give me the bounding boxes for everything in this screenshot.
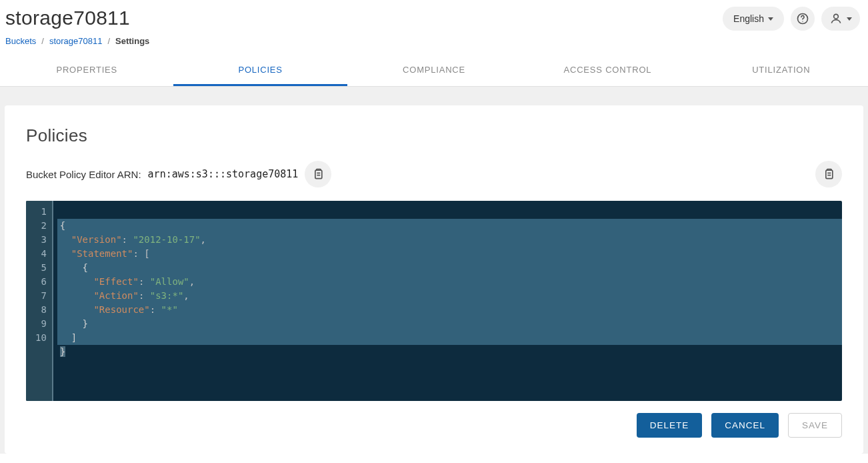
line-number: 1 [35,205,47,219]
delete-button[interactable]: DELETE [637,413,703,438]
code-token: : [139,290,150,301]
breadcrumb-bucket-link[interactable]: storage70811 [49,36,103,46]
code-token: : [122,234,133,245]
section-title: Policies [26,125,842,146]
line-number: 10 [35,331,47,345]
line-number: 5 [35,261,47,275]
chevron-down-icon [768,17,773,21]
breadcrumb-current: Settings [115,36,149,46]
clipboard-icon [311,167,325,181]
line-number: 7 [35,289,47,303]
chevron-down-icon [847,17,852,21]
breadcrumb-separator: / [41,36,44,46]
language-label: English [733,13,764,24]
code-token: "Statement" [71,248,133,259]
code-token: : [150,304,161,315]
policies-card: Policies Bucket Policy Editor ARN: arn:a… [5,105,863,454]
code-token: , [183,290,189,301]
page-title: storage70811 [5,7,723,29]
line-number: 2 [35,219,47,233]
header-controls: English [723,7,860,31]
clipboard-icon [822,167,835,181]
help-icon [796,12,809,25]
breadcrumb-separator: / [107,36,110,46]
code-token: , [189,276,195,287]
code-token: "*" [161,304,178,315]
tab-policies[interactable]: POLICIES [173,54,347,86]
code-token: : [139,276,150,287]
code-token: "2012-10-17" [133,234,200,245]
copy-arn-button[interactable] [305,161,331,187]
help-button[interactable] [791,7,815,31]
save-button: SAVE [788,413,842,438]
arn-label: Bucket Policy Editor ARN: [26,169,141,180]
line-number: 3 [35,233,47,247]
code-token: "Resource" [93,304,149,315]
svg-point-2 [834,14,839,19]
line-number: 4 [35,247,47,261]
tab-properties[interactable]: PROPERTIES [0,54,173,86]
code-token: { [60,220,65,231]
code-token: } [60,318,88,329]
code-token: ] [60,332,77,343]
cancel-button[interactable]: CANCEL [711,413,779,438]
breadcrumb-buckets-link[interactable]: Buckets [5,36,36,46]
user-icon [829,12,843,25]
arn-value: arn:aws:s3:::storage70811 [148,168,299,180]
line-number: 8 [35,303,47,317]
line-number: 9 [35,317,47,331]
editor-content[interactable]: { "Version": "2012-10-17", "Statement": … [53,201,842,401]
code-token: "Version" [71,234,122,245]
tab-access-control[interactable]: ACCESS CONTROL [521,54,694,86]
svg-point-1 [802,21,803,22]
code-token: "s3:*" [150,290,184,301]
svg-rect-3 [315,170,322,178]
tabs-bar: PROPERTIES POLICIES COMPLIANCE ACCESS CO… [0,54,868,87]
policy-editor[interactable]: 1 2 3 4 5 6 7 8 9 10 { "Version": "2012-… [26,201,842,401]
code-token: { [60,262,88,273]
action-row: DELETE CANCEL SAVE [26,401,842,438]
breadcrumb: Buckets / storage70811 / Settings [5,36,723,54]
account-menu[interactable] [821,7,860,31]
code-token: } [60,346,65,357]
language-selector[interactable]: English [723,7,784,31]
tab-utilization[interactable]: UTILIZATION [695,54,868,86]
copy-policy-button[interactable] [815,161,842,187]
code-token: , [201,234,206,245]
editor-gutter: 1 2 3 4 5 6 7 8 9 10 [26,201,53,401]
tab-compliance[interactable]: COMPLIANCE [347,54,521,86]
svg-rect-4 [826,170,833,178]
code-token: : [ [133,248,149,259]
code-token: "Allow" [150,276,189,287]
code-token: "Action" [93,290,138,301]
code-token: "Effect" [93,276,138,287]
line-number: 6 [35,275,47,289]
